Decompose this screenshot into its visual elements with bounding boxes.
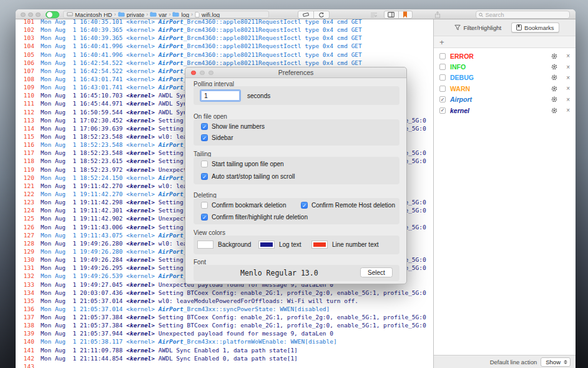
log-line[interactable]: 139Mon Aug 1 21:05:37.944 <kernel> Unexp… bbox=[16, 329, 433, 337]
line-number: 110 bbox=[16, 91, 34, 99]
line-number: 126 bbox=[16, 223, 34, 231]
search-field[interactable] bbox=[476, 11, 570, 19]
start-tailing-checkbox[interactable]: ✓ bbox=[201, 161, 208, 167]
font-select-button[interactable]: Select bbox=[360, 267, 393, 277]
log-line[interactable]: 136Mon Aug 1 21:05:37.014 <kernel> AirPo… bbox=[16, 305, 433, 313]
line-text: Mon Aug 1 21:05:37.014 <kernel> AirPort_… bbox=[41, 306, 330, 312]
search-input[interactable] bbox=[485, 11, 567, 18]
default-line-action-select[interactable]: Show bbox=[541, 357, 571, 367]
close-icon[interactable]: × bbox=[566, 74, 570, 81]
line-number: 139 bbox=[16, 329, 34, 337]
filter-checkbox[interactable]: ✓ bbox=[439, 64, 446, 70]
log-line[interactable]: 143 bbox=[16, 362, 433, 368]
close-icon[interactable]: × bbox=[566, 107, 570, 114]
background-color-well[interactable] bbox=[197, 241, 213, 249]
polling-interval-input[interactable] bbox=[201, 91, 240, 101]
confirm-filter-rule-deletion-checkbox[interactable]: ✓ bbox=[201, 214, 208, 221]
clear-log-button[interactable] bbox=[298, 11, 313, 18]
close-button[interactable] bbox=[21, 12, 26, 17]
toggle-sidebar-button[interactable] bbox=[385, 11, 398, 18]
show-line-numbers-checkbox[interactable]: ✓ bbox=[201, 123, 208, 130]
sidebar-checkbox[interactable]: ✓ bbox=[201, 134, 208, 141]
gear-icon[interactable] bbox=[551, 96, 557, 102]
log-line[interactable]: 137Mon Aug 1 21:05:37.384 <kernel> Setti… bbox=[16, 313, 433, 321]
wrap-lines-button[interactable] bbox=[367, 11, 381, 19]
selected-option: Show bbox=[546, 359, 561, 366]
auto-tailing-checkbox[interactable]: ✓ bbox=[201, 173, 208, 180]
close-icon[interactable]: × bbox=[566, 64, 570, 71]
line-text: Mon Aug 1 16:40:41.996 <kernel> AirPort_… bbox=[41, 42, 362, 49]
dialog-close-button[interactable] bbox=[191, 71, 196, 76]
log-line[interactable]: 106Mon Aug 1 16:42:54.522 <kernel> AirPo… bbox=[16, 59, 433, 67]
filter-checkbox[interactable]: ✓ bbox=[439, 74, 446, 81]
font-section: Menlo Regular 13.0 Select bbox=[194, 265, 399, 281]
zoom-button[interactable] bbox=[36, 12, 41, 17]
log-line[interactable]: 138Mon Aug 1 21:05:37.384 <kernel> Setti… bbox=[16, 321, 433, 329]
breadcrumb-item[interactable]: wifi.log bbox=[195, 11, 220, 18]
sidebar: Filter/Highlight Bookmarks + ✓ERROR×✓INF… bbox=[433, 19, 576, 368]
log-line[interactable]: 102Mon Aug 1 16:40:39.365 <kernel> AirPo… bbox=[16, 26, 433, 34]
confirm-remote-host-deletion-checkbox[interactable]: ✓ bbox=[301, 202, 308, 209]
font-value: Menlo Regular 13.0 bbox=[240, 269, 318, 277]
gear-icon[interactable] bbox=[551, 74, 557, 81]
log-line[interactable]: 103Mon Aug 1 16:40:39.365 <kernel> AirPo… bbox=[16, 34, 433, 42]
close-icon[interactable]: × bbox=[566, 85, 570, 92]
breadcrumb[interactable]: Macintosh HD›private›var›log›wifi.log bbox=[63, 11, 269, 18]
checkbox-label: Show line numbers bbox=[212, 123, 265, 130]
filter-label: DEBUG bbox=[450, 74, 547, 81]
tab-filter-highlight[interactable]: Filter/Highlight bbox=[450, 22, 506, 32]
dialog-title: Preferences bbox=[278, 69, 314, 76]
line-number-color-well[interactable] bbox=[311, 241, 328, 249]
add-bookmark-button[interactable] bbox=[398, 11, 412, 18]
checkbox-label: Auto start/stop tailing on scroll bbox=[212, 173, 295, 180]
log-line[interactable]: 140Mon Aug 1 21:05:38.117 <kernel> AirPo… bbox=[16, 337, 433, 346]
log-line[interactable]: 101Mon Aug 1 16:40:35.101 <kernel> AirPo… bbox=[16, 19, 433, 26]
log-line[interactable]: 105Mon Aug 1 16:40:41.996 <kernel> AirPo… bbox=[16, 51, 433, 59]
add-filter-button[interactable]: + bbox=[439, 38, 444, 46]
minimize-button[interactable] bbox=[28, 12, 33, 17]
close-icon[interactable]: × bbox=[566, 52, 570, 59]
log-line[interactable]: 141Mon Aug 1 21:11:09.788 <kernel> AWDL … bbox=[16, 346, 433, 354]
confirm-bookmark-deletion-checkbox[interactable]: ✓ bbox=[201, 202, 208, 209]
window-toolbar: Macintosh HD›private›var›log›wifi.log bbox=[16, 9, 576, 19]
line-number: 107 bbox=[16, 67, 34, 75]
log-line[interactable]: 135Mon Aug 1 21:05:37.014 <kernel> wl0: … bbox=[16, 297, 433, 305]
line-number: 121 bbox=[16, 182, 34, 190]
line-number: 125 bbox=[16, 214, 34, 222]
gear-icon[interactable] bbox=[551, 86, 557, 92]
breadcrumb-item[interactable]: var bbox=[150, 11, 167, 18]
filter-checkbox[interactable]: ✓ bbox=[439, 53, 446, 59]
line-number: 124 bbox=[16, 206, 34, 214]
tailing-section: ✓ Start tailing upon file open ✓ Auto st… bbox=[194, 157, 399, 184]
line-number: 104 bbox=[16, 42, 34, 50]
log-line[interactable]: 142Mon Aug 1 21:11:44.854 <kernel> AWDL … bbox=[16, 354, 433, 362]
line-number: 103 bbox=[16, 34, 34, 42]
breadcrumb-item[interactable]: private bbox=[118, 11, 145, 18]
reload-button[interactable] bbox=[313, 11, 329, 18]
line-number: 136 bbox=[16, 305, 34, 313]
gear-icon[interactable] bbox=[551, 64, 557, 70]
filter-checkbox[interactable]: ✓ bbox=[439, 107, 446, 114]
share-button[interactable] bbox=[431, 11, 444, 19]
log-line[interactable]: 104Mon Aug 1 16:40:41.996 <kernel> AirPo… bbox=[16, 42, 433, 50]
log-line[interactable]: 134Mon Aug 1 20:03:07.436 <kernel> Setti… bbox=[16, 289, 433, 297]
tab-bookmarks[interactable]: Bookmarks bbox=[511, 22, 559, 32]
seconds-label: seconds bbox=[247, 92, 270, 99]
line-number: 112 bbox=[16, 108, 34, 116]
line-number: 132 bbox=[16, 272, 34, 280]
gear-icon[interactable] bbox=[551, 53, 557, 59]
gear-icon[interactable] bbox=[551, 107, 557, 114]
line-number: 108 bbox=[16, 75, 34, 83]
tail-toggle[interactable] bbox=[46, 11, 59, 18]
filter-label: Airport bbox=[450, 96, 547, 103]
filter-checkbox[interactable]: ✓ bbox=[439, 96, 446, 102]
sidebar-tabs: Filter/Highlight Bookmarks bbox=[434, 19, 576, 36]
filter-checkbox[interactable]: ✓ bbox=[439, 86, 446, 92]
line-text: Mon Aug 1 20:03:07.436 <kernel> Setting … bbox=[41, 289, 426, 296]
breadcrumb-item[interactable]: Macintosh HD bbox=[67, 11, 112, 18]
line-number: 120 bbox=[16, 174, 34, 182]
line-text: Mon Aug 1 21:05:37.384 <kernel> Setting … bbox=[41, 314, 426, 321]
breadcrumb-item[interactable]: log bbox=[172, 11, 189, 18]
log-text-color-well[interactable] bbox=[258, 241, 275, 249]
close-icon[interactable]: × bbox=[566, 96, 570, 103]
